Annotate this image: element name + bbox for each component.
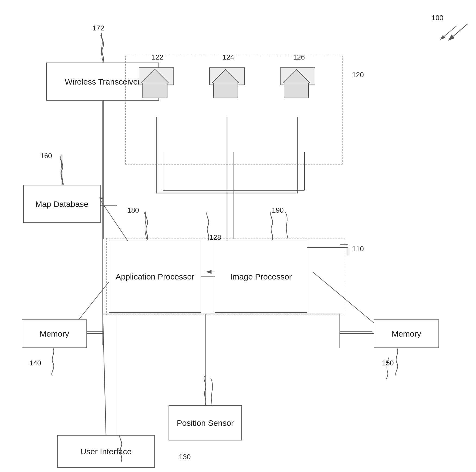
position-sensor-box: Position Sensor — [169, 405, 242, 440]
svg-marker-29 — [141, 69, 169, 83]
application-processor-box: Application Processor — [109, 241, 201, 313]
ref-140: 140 — [29, 359, 41, 367]
svg-line-2 — [440, 26, 457, 39]
camera-2 — [209, 68, 245, 85]
svg-rect-32 — [213, 83, 238, 98]
user-interface-box: User Interface — [57, 435, 155, 468]
ref-128: 128 — [209, 233, 221, 242]
ref-100: 100 — [432, 14, 443, 22]
position-sensor-label: Position Sensor — [177, 418, 234, 428]
camera-3 — [280, 68, 315, 85]
svg-rect-34 — [284, 83, 309, 98]
memory-left-box: Memory — [22, 319, 87, 348]
diagram: 100 Wireless Transceiver 172 Map Databas… — [0, 0, 476, 472]
ref-160: 160 — [40, 152, 52, 160]
memory-right-box: Memory — [374, 319, 439, 348]
image-processor-box: Image Processor — [215, 241, 307, 313]
svg-marker-31 — [212, 69, 239, 83]
image-processor-label: Image Processor — [230, 271, 292, 282]
ref-150: 150 — [382, 359, 394, 367]
ref-124: 124 — [222, 53, 234, 61]
ref-190: 190 — [272, 206, 284, 215]
ref-180: 180 — [127, 206, 139, 215]
memory-left-label: Memory — [40, 328, 69, 339]
ref-126: 126 — [293, 53, 305, 61]
ref-130: 130 — [179, 453, 191, 461]
svg-rect-30 — [143, 83, 167, 98]
ref-110: 110 — [352, 245, 364, 253]
application-processor-label: Application Processor — [116, 271, 194, 282]
map-database-box: Map Database — [23, 185, 101, 223]
svg-marker-33 — [283, 69, 310, 83]
ref-172: 172 — [92, 24, 104, 32]
user-interface-label: User Interface — [80, 446, 132, 457]
memory-right-label: Memory — [392, 328, 421, 339]
camera-1 — [139, 68, 174, 85]
map-database-label: Map Database — [35, 199, 88, 209]
ref-122: 122 — [152, 53, 163, 61]
